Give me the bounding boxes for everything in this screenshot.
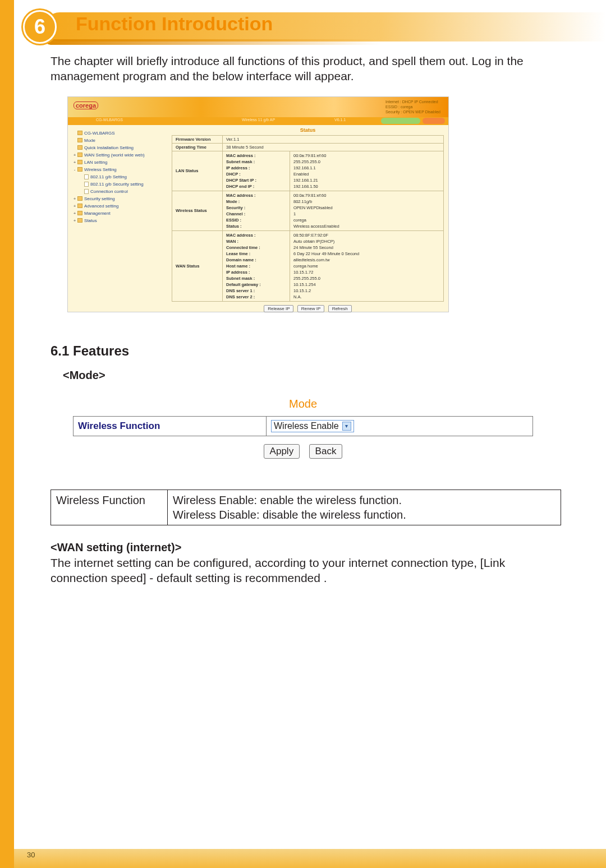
screenshot-tabbar: CG-WLBARGS Wireless 11 g/b AP V6.1.1 [68,117,448,125]
nav-item[interactable]: 802.11 g/b Setting [72,173,168,181]
back-button[interactable]: Back [309,444,343,459]
intro-text: The chapter will briefly introduce all f… [50,53,561,84]
folder-icon [77,153,82,157]
folder-icon [77,160,82,164]
folder-icon [77,167,82,172]
nav-item[interactable]: CG-WLBARGS [72,130,168,137]
header-status: Internet : DHCP IP Connected ESSID : cor… [385,99,440,114]
release-ip-button[interactable]: Release IP [264,305,293,312]
nav-item[interactable]: -Wireless Setting [72,166,168,173]
folder-icon [84,182,89,187]
check-update-pill [381,118,420,124]
nav-item[interactable]: Connection control [72,188,168,195]
status-vals: 00:0a:79:81:ef:60802.11g/bOPEN WEPDisabl… [290,191,444,230]
nav-item[interactable]: 802.11 g/b Security setting [72,181,168,188]
chapter-header: 6 Function Introduction [14,4,606,48]
nav-item[interactable]: +LAN setting [72,159,168,166]
logo: corega [74,102,98,109]
folder-icon [77,218,82,223]
mode-description-table: Wireless Function Wireless Enable: enabl… [50,490,561,525]
nav-item[interactable]: Mode [72,137,168,144]
status-row-label: WAN Status [172,230,223,301]
wireless-function-select[interactable]: Wireless Enable ▾ [271,420,354,432]
folder-icon [77,138,82,142]
status-screenshot: corega Internet : DHCP IP Connected ESSI… [67,96,449,312]
status-row-label: Operating Time [172,143,223,151]
folder-icon [84,174,89,179]
status-keys: MAC address :Subnet mask :IP address :DH… [223,151,290,191]
refresh-button[interactable]: Refresh [328,305,352,312]
status-row-label: Wireless Status [172,191,223,230]
mode-panel-title: Mode [73,398,533,410]
folder-icon [77,131,82,135]
logout-pill [423,118,445,124]
status-row-value: 38 Minute 5 Second [223,143,444,151]
nav-item[interactable]: +Advanced setting [72,202,168,210]
desc-col2: Wireless Enable: enable the wireless fun… [168,490,561,525]
status-table: Firmware VersionVer.1.1Operating Time38 … [172,135,444,302]
folder-icon [84,189,89,194]
status-vals: 08:50:8F:E7:92:0FAuto obtain IP(DHCP)24 … [290,230,444,301]
screenshot-button-row: Release IP Renew IP Refresh [172,305,444,312]
screenshot-header: corega Internet : DHCP IP Connected ESSI… [68,97,448,117]
features-heading: 6.1 Features [50,343,561,359]
status-row-value: Ver.1.1 [223,135,444,143]
left-margin-bar [0,0,14,868]
folder-icon [77,204,82,208]
status-keys: MAC address :Mode :Security :Channel :ES… [223,191,290,230]
wan-text: The internet setting can be configured, … [50,555,561,586]
desc-col1: Wireless Function [51,490,168,525]
folder-icon [77,211,82,215]
chapter-title: Function Introduction [76,13,273,35]
folder-icon [77,145,82,150]
nav-item[interactable]: +Status [72,217,168,224]
chapter-badge: 6 [23,10,57,44]
mode-row-label: Wireless Function [74,416,267,436]
status-row-label: Firmware Version [172,135,223,143]
page-number: 30 [27,851,35,859]
nav-item[interactable]: +Security setting [72,195,168,202]
mode-subheading: <Mode> [63,369,561,382]
apply-button[interactable]: Apply [264,444,300,459]
status-row-label: LAN Status [172,151,223,191]
chevron-down-icon: ▾ [342,422,351,431]
screenshot-nav: CG-WLBARGSModeQuick Installation Setting… [72,130,168,224]
nav-item[interactable]: +WAN Setting (world wide web) [72,151,168,159]
footer-bar [14,849,606,868]
folder-icon [77,196,82,201]
renew-ip-button[interactable]: Renew IP [297,305,325,312]
nav-item[interactable]: +Management [72,210,168,217]
screenshot-main-title: Status [172,127,444,133]
wan-heading: <WAN setting (internet)> [50,541,561,554]
status-vals: 00:0a:79:81:ef:60255.255.255.0192.168.1.… [290,151,444,191]
mode-panel: Mode Wireless Function Wireless Enable ▾… [73,398,533,459]
status-keys: MAC address :WAN :Connected time :Lease … [223,230,290,301]
nav-item[interactable]: Quick Installation Setting [72,144,168,151]
